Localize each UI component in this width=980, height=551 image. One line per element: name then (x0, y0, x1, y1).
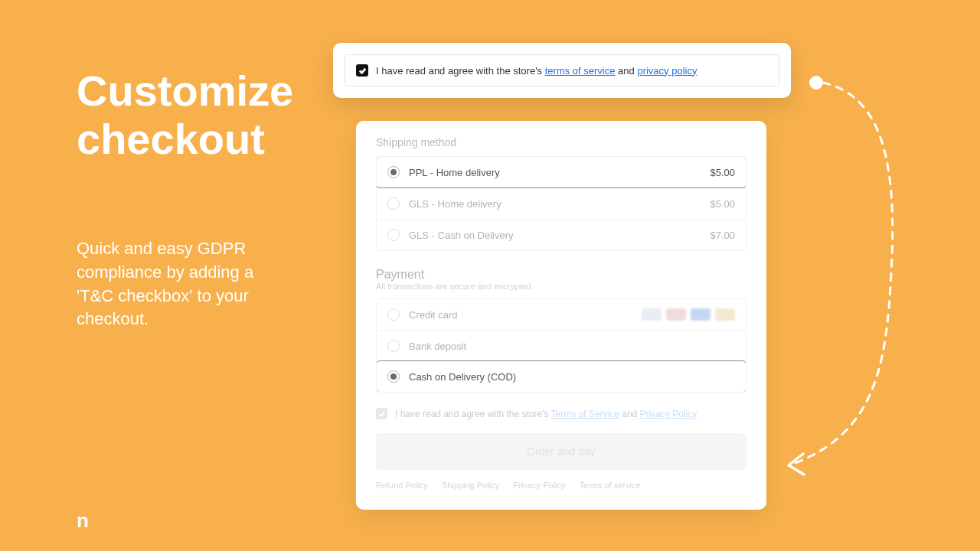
radio-icon[interactable] (387, 229, 400, 241)
policy-link[interactable]: Privacy Policy (513, 481, 565, 490)
order-pay-button[interactable]: Order and pay (376, 433, 746, 470)
shipping-options: PPL - Home delivery$5.00GLS - Home deliv… (376, 156, 746, 251)
hero-subtitle: Quick and easy GDPR compliance by adding… (77, 237, 276, 331)
policy-link[interactable]: Shipping Policy (442, 481, 499, 490)
policy-link[interactable]: Terms of service (580, 481, 641, 490)
consent-text: I have read and agree with the store's t… (376, 65, 697, 77)
card-brand-icon (691, 308, 710, 321)
radio-icon[interactable] (387, 197, 400, 210)
payment-label: Cash on Delivery (COD) (409, 371, 516, 383)
policy-links: Refund PolicyShipping PolicyPrivacy Poli… (376, 481, 746, 490)
radio-icon[interactable] (387, 308, 400, 321)
shipping-label: GLS - Cash on Delivery (409, 230, 514, 241)
brand-logo: n (77, 509, 87, 533)
payment-options: Credit cardBank depositCash on Delivery … (376, 298, 746, 393)
hero-title-line1: Customize (77, 67, 293, 115)
card-brand-icon (666, 308, 686, 321)
card-brand-icon (715, 308, 735, 321)
checkout-consent-row[interactable]: I have read and agree with the store's T… (376, 408, 746, 419)
payment-title: Payment (376, 268, 746, 282)
shipping-label: PPL - Home delivery (409, 167, 500, 178)
shipping-option[interactable]: GLS - Home delivery$5.00 (377, 187, 746, 219)
shipping-option[interactable]: PPL - Home delivery$5.00 (376, 156, 746, 188)
checkout-preview: Shipping method PPL - Home delivery$5.00… (356, 121, 766, 510)
shipping-price: $5.00 (710, 167, 735, 178)
radio-icon[interactable] (387, 370, 400, 383)
tos-link[interactable]: terms of service (545, 65, 616, 77)
radio-icon[interactable] (387, 340, 400, 352)
shipping-label: GLS - Home delivery (409, 198, 501, 210)
hero-title-line2: checkout (77, 115, 265, 163)
payment-option[interactable]: Credit card (377, 299, 746, 330)
checkout-privacy-link[interactable]: Privacy Policy (640, 409, 697, 419)
consent-row[interactable]: I have read and agree with the store's t… (345, 54, 779, 86)
card-brand-icon (642, 308, 662, 321)
payment-option[interactable]: Cash on Delivery (COD) (376, 360, 746, 393)
card-brand-icons (642, 308, 735, 321)
shipping-price: $5.00 (710, 198, 735, 210)
shipping-option[interactable]: GLS - Cash on Delivery$7.00 (377, 219, 746, 250)
payment-option[interactable]: Bank deposit (377, 330, 746, 361)
payment-label: Bank deposit (409, 341, 466, 352)
shipping-price: $7.00 (710, 230, 735, 241)
callout-arrow (769, 73, 903, 479)
policy-link[interactable]: Refund Policy (376, 481, 428, 490)
radio-icon[interactable] (387, 166, 400, 178)
consent-card: I have read and agree with the store's t… (333, 43, 791, 98)
consent-checkbox[interactable] (356, 64, 368, 77)
arrow-start-dot-icon (809, 76, 823, 90)
privacy-link[interactable]: privacy policy (637, 65, 697, 77)
payment-label: Credit card (409, 309, 458, 321)
checkout-tos-link[interactable]: Terms of Service (551, 409, 619, 419)
shipping-title: Shipping method (376, 136, 746, 148)
checkout-consent-checkbox[interactable] (376, 408, 387, 419)
payment-subtitle: All transactions are secure and encrypte… (376, 282, 746, 291)
